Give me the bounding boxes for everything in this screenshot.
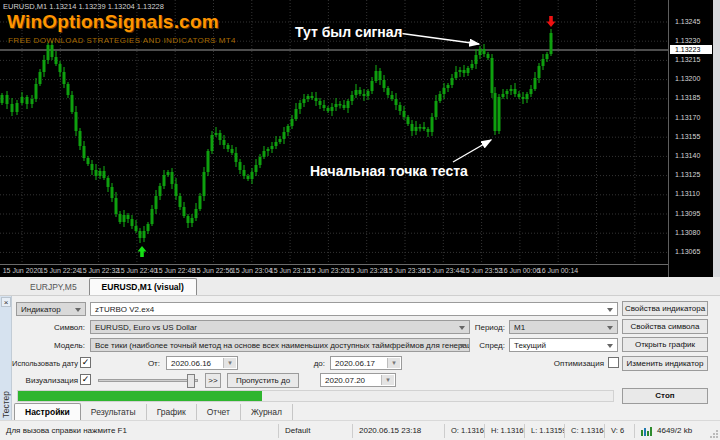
indicator-mode-label: Индикатор xyxy=(21,305,61,314)
tab-journal[interactable]: Журнал xyxy=(241,404,293,420)
skip-step-button[interactable]: >> xyxy=(205,373,221,388)
metatrader-tester-window: { "chart": { "title": "EURUSD,M1 1.13214… xyxy=(0,0,720,440)
tab-settings[interactable]: Настройки xyxy=(14,403,81,420)
indicator-select[interactable]: zTURBO V2.ex4 xyxy=(90,302,618,316)
price-axis-label: 1.13215 xyxy=(675,56,700,63)
test-progress-bar xyxy=(17,390,614,402)
time-axis-label: 15 Jun 22:24 xyxy=(40,267,80,274)
to-date-field[interactable]: 2020.06.17▾ xyxy=(330,356,402,370)
period-value: M1 xyxy=(514,323,525,332)
visualization-checkbox[interactable]: ✓ xyxy=(80,374,91,385)
status-bar: Для вызова справки нажмите F1 Default 20… xyxy=(0,420,720,440)
chart-tab-bar: EURJPY,M5 EURUSD,M1 (visual) xyxy=(0,277,720,296)
data-size-text: 4649/2 kb xyxy=(657,424,692,438)
chart-ohlc-title: EURUSD,M1 1.13214 1.13239 1.13204 1.1322… xyxy=(3,2,164,11)
to-date-value: 2020.06.17 xyxy=(335,359,375,368)
chevron-down-icon xyxy=(607,326,613,330)
from-date-value: 2020.06.16 xyxy=(171,359,211,368)
tab-report[interactable]: Отчет xyxy=(197,404,241,420)
price-axis-label: 1.13155 xyxy=(675,133,700,140)
skip-to-button[interactable]: Пропустить до xyxy=(227,373,299,388)
candlestick-chart[interactable]: EURUSD,M1 1.13214 1.13239 1.13204 1.1322… xyxy=(0,0,668,264)
calendar-dropdown-icon[interactable]: ▾ xyxy=(387,358,400,368)
symbol-value: EURUSD, Euro vs US Dollar xyxy=(95,323,197,332)
time-axis-label: 15 Jun 2020 xyxy=(3,267,42,274)
model-label: Модель: xyxy=(40,341,85,350)
price-axis-label: 1.13095 xyxy=(675,210,700,217)
from-label: От: xyxy=(130,359,160,368)
price-axis-label: 1.13185 xyxy=(675,94,700,101)
time-axis-label: 15 Jun 23:04 xyxy=(232,267,272,274)
visualization-speed-slider[interactable] xyxy=(98,379,198,382)
tab-graph[interactable]: График xyxy=(147,404,197,420)
current-bid-price-box: 1.13223 xyxy=(670,45,712,54)
modify-indicator-button[interactable]: Изменить индикатор xyxy=(622,356,708,371)
skip-to-date-field[interactable]: 2020.07.20▾ xyxy=(320,373,396,387)
time-axis-label: 15 Jun 23:28 xyxy=(347,267,387,274)
tab-eurjpy-m5[interactable]: EURJPY,M5 xyxy=(18,279,89,295)
annotation-signal: Тут был сигнал xyxy=(295,24,402,40)
calendar-dropdown-icon[interactable]: ▾ xyxy=(381,375,394,385)
status-profile[interactable]: Default xyxy=(278,424,352,438)
chevron-down-icon xyxy=(607,308,613,312)
to-label: до: xyxy=(295,359,325,368)
spread-label: Спред: xyxy=(460,341,505,350)
time-axis-label: 16 Jun 00:14 xyxy=(538,267,578,274)
time-axis-label: 15 Jun 22:48 xyxy=(155,267,195,274)
model-value: Все тики (наиболее точный метод на основ… xyxy=(95,341,470,350)
tab-eurusd-m1-visual[interactable]: EURUSD,M1 (visual) xyxy=(89,278,197,295)
time-axis: 15 Jun 202015 Jun 22:2415 Jun 22:3215 Ju… xyxy=(0,264,668,277)
tester-panel-title: Тестер xyxy=(1,391,11,418)
price-axis: 1.13223 1.132451.132301.132151.132001.13… xyxy=(668,0,713,277)
status-low: L: 1.13159 xyxy=(524,424,564,438)
model-select[interactable]: Все тики (наиболее точный метод на основ… xyxy=(90,338,470,352)
status-help-text: Для вызова справки нажмите F1 xyxy=(0,424,278,438)
status-volume: V: 6 xyxy=(604,424,634,438)
period-select[interactable]: M1 xyxy=(509,320,618,334)
price-axis-label: 1.13065 xyxy=(675,248,700,255)
resize-grip[interactable] xyxy=(709,429,719,439)
watermark-brand: WinOptionSignals.com xyxy=(7,11,219,33)
use-date-label: Использовать дату xyxy=(6,359,78,368)
indicator-properties-button[interactable]: Свойства индикатора xyxy=(622,301,708,316)
progress-fill xyxy=(18,391,262,401)
price-axis-label: 1.13080 xyxy=(675,229,700,236)
status-data-size: 4649/2 kb xyxy=(634,424,720,438)
calendar-dropdown-icon[interactable]: ▾ xyxy=(223,358,236,368)
symbol-label: Символ: xyxy=(40,323,85,332)
chevron-down-icon xyxy=(607,344,613,348)
time-axis-label: 15 Jun 23:44 xyxy=(423,267,463,274)
open-chart-button[interactable]: Открыть график xyxy=(622,337,708,352)
time-axis-label: 15 Jun 22:56 xyxy=(193,267,233,274)
indicator-value: zTURBO V2.ex4 xyxy=(95,305,154,314)
chart-region: EURUSD,M1 1.13214 1.13239 1.13204 1.1322… xyxy=(0,0,720,277)
from-date-field[interactable]: 2020.06.16▾ xyxy=(166,356,238,370)
price-axis-label: 1.13125 xyxy=(675,171,700,178)
optimization-checkbox[interactable] xyxy=(608,357,619,368)
chevron-down-icon xyxy=(75,308,81,312)
indicator-mode-select[interactable]: Индикатор xyxy=(16,302,86,316)
status-close: C: 1.13164 xyxy=(564,424,604,438)
price-axis-label: 1.13245 xyxy=(675,18,700,25)
symbol-properties-button[interactable]: Свойства символа xyxy=(622,319,708,334)
time-axis-label: 15 Jun 23:36 xyxy=(385,267,425,274)
status-open: O: 1.13160 xyxy=(444,424,484,438)
close-icon[interactable]: × xyxy=(1,297,11,307)
window-right-strip xyxy=(713,0,720,277)
skip-to-date-value: 2020.07.20 xyxy=(325,376,365,385)
optimization-label: Оптимизация xyxy=(540,359,604,368)
slider-thumb[interactable] xyxy=(187,374,195,388)
symbol-select[interactable]: EURUSD, Euro vs US Dollar xyxy=(90,320,470,334)
tab-results[interactable]: Результаты xyxy=(81,404,147,420)
strategy-tester-panel: × Тестер Индикатор zTURBO V2.ex4 Свойств… xyxy=(0,296,720,420)
time-axis-label: 15 Jun 23:52 xyxy=(462,267,502,274)
stop-button[interactable]: Стоп xyxy=(622,388,708,404)
use-date-checkbox[interactable]: ✓ xyxy=(80,357,91,368)
time-axis-label: 15 Jun 23:20 xyxy=(308,267,348,274)
histogram-icon xyxy=(641,426,654,436)
spread-select[interactable]: Текущий xyxy=(509,338,618,352)
visualization-label: Визуализация xyxy=(6,376,78,385)
price-axis-label: 1.13170 xyxy=(675,114,700,121)
price-axis-label: 1.13200 xyxy=(675,75,700,82)
watermark-tagline: FREE DOWNLOAD STRATEGIES AND INDICATORS … xyxy=(8,36,236,45)
